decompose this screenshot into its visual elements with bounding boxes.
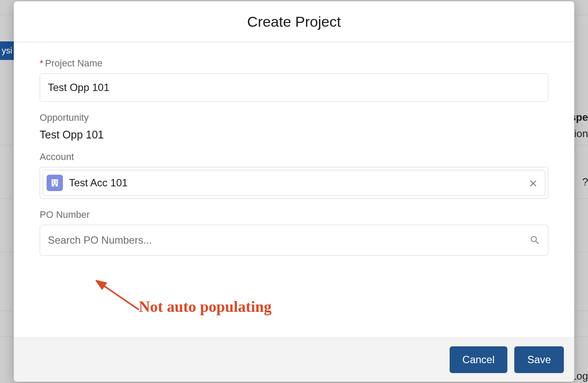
field-account: Account Test Acc 101 xyxy=(40,151,548,199)
save-button[interactable]: Save xyxy=(514,346,564,373)
bg-left-tab: ysi xyxy=(0,41,14,60)
search-icon xyxy=(529,235,541,246)
project-name-input[interactable] xyxy=(40,73,548,102)
svg-rect-3 xyxy=(53,182,54,184)
account-label: Account xyxy=(40,151,548,163)
bg-text-right-3: ? xyxy=(582,176,588,188)
svg-line-6 xyxy=(102,285,139,310)
account-lookup-container[interactable]: Test Acc 101 xyxy=(40,167,548,199)
modal-header: Create Project xyxy=(14,1,574,42)
account-icon xyxy=(47,175,63,191)
project-name-label-text: Project Name xyxy=(45,58,103,69)
modal-body: *Project Name Opportunity Test Opp 101 A… xyxy=(14,42,574,337)
field-po-number: PO Number xyxy=(40,209,548,256)
account-pill-label: Test Acc 101 xyxy=(69,177,528,189)
modal-footer: Cancel Save xyxy=(14,337,574,382)
create-project-modal: Create Project *Project Name Opportunity… xyxy=(14,1,574,382)
svg-rect-5 xyxy=(54,185,56,187)
clear-account-icon[interactable] xyxy=(528,177,539,188)
opportunity-label: Opportunity xyxy=(40,112,548,123)
annotation-text: Not auto populating xyxy=(139,298,272,316)
po-number-input-wrap xyxy=(40,225,548,256)
annotation-arrow xyxy=(96,279,147,316)
svg-rect-4 xyxy=(56,182,57,184)
modal-title: Create Project xyxy=(14,13,574,30)
account-pill: Test Acc 101 xyxy=(43,170,545,196)
field-project-name: *Project Name xyxy=(40,58,548,102)
cancel-button[interactable]: Cancel xyxy=(450,346,508,373)
required-asterisk: * xyxy=(40,58,44,69)
po-number-label: PO Number xyxy=(40,209,548,220)
opportunity-value: Test Opp 101 xyxy=(40,128,548,141)
po-number-input[interactable] xyxy=(40,225,548,256)
svg-rect-1 xyxy=(53,181,54,182)
project-name-label: *Project Name xyxy=(40,58,548,69)
field-opportunity: Opportunity Test Opp 101 xyxy=(40,112,548,141)
svg-rect-2 xyxy=(56,181,57,182)
